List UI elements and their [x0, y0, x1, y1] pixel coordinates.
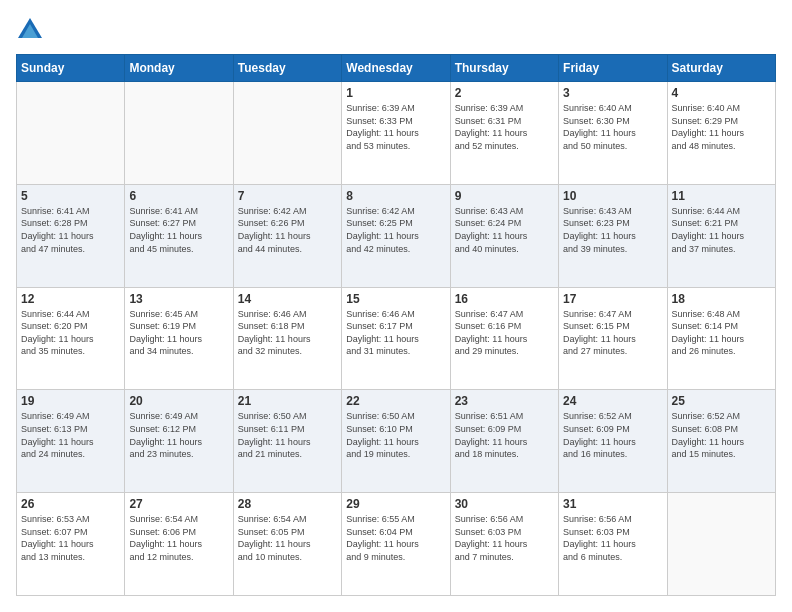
calendar-cell: 10Sunrise: 6:43 AM Sunset: 6:23 PM Dayli… — [559, 184, 667, 287]
day-number: 27 — [129, 497, 228, 511]
calendar-cell: 18Sunrise: 6:48 AM Sunset: 6:14 PM Dayli… — [667, 287, 775, 390]
day-info: Sunrise: 6:39 AM Sunset: 6:33 PM Dayligh… — [346, 102, 445, 152]
day-number: 2 — [455, 86, 554, 100]
weekday-header-saturday: Saturday — [667, 55, 775, 82]
day-info: Sunrise: 6:53 AM Sunset: 6:07 PM Dayligh… — [21, 513, 120, 563]
weekday-header-thursday: Thursday — [450, 55, 558, 82]
day-number: 22 — [346, 394, 445, 408]
calendar-cell: 30Sunrise: 6:56 AM Sunset: 6:03 PM Dayli… — [450, 493, 558, 596]
calendar-cell — [233, 82, 341, 185]
calendar-cell: 22Sunrise: 6:50 AM Sunset: 6:10 PM Dayli… — [342, 390, 450, 493]
day-info: Sunrise: 6:55 AM Sunset: 6:04 PM Dayligh… — [346, 513, 445, 563]
day-number: 29 — [346, 497, 445, 511]
day-info: Sunrise: 6:48 AM Sunset: 6:14 PM Dayligh… — [672, 308, 771, 358]
calendar-cell: 15Sunrise: 6:46 AM Sunset: 6:17 PM Dayli… — [342, 287, 450, 390]
day-number: 21 — [238, 394, 337, 408]
day-number: 6 — [129, 189, 228, 203]
day-number: 26 — [21, 497, 120, 511]
day-number: 24 — [563, 394, 662, 408]
calendar-week-2: 5Sunrise: 6:41 AM Sunset: 6:28 PM Daylig… — [17, 184, 776, 287]
day-info: Sunrise: 6:40 AM Sunset: 6:29 PM Dayligh… — [672, 102, 771, 152]
calendar-cell: 27Sunrise: 6:54 AM Sunset: 6:06 PM Dayli… — [125, 493, 233, 596]
day-info: Sunrise: 6:40 AM Sunset: 6:30 PM Dayligh… — [563, 102, 662, 152]
day-number: 7 — [238, 189, 337, 203]
day-info: Sunrise: 6:49 AM Sunset: 6:12 PM Dayligh… — [129, 410, 228, 460]
day-number: 19 — [21, 394, 120, 408]
page: SundayMondayTuesdayWednesdayThursdayFrid… — [0, 0, 792, 612]
day-number: 4 — [672, 86, 771, 100]
calendar-cell: 13Sunrise: 6:45 AM Sunset: 6:19 PM Dayli… — [125, 287, 233, 390]
day-info: Sunrise: 6:52 AM Sunset: 6:09 PM Dayligh… — [563, 410, 662, 460]
calendar-cell: 25Sunrise: 6:52 AM Sunset: 6:08 PM Dayli… — [667, 390, 775, 493]
day-number: 18 — [672, 292, 771, 306]
calendar-cell: 3Sunrise: 6:40 AM Sunset: 6:30 PM Daylig… — [559, 82, 667, 185]
calendar-cell: 17Sunrise: 6:47 AM Sunset: 6:15 PM Dayli… — [559, 287, 667, 390]
day-info: Sunrise: 6:56 AM Sunset: 6:03 PM Dayligh… — [455, 513, 554, 563]
day-number: 12 — [21, 292, 120, 306]
calendar-cell: 19Sunrise: 6:49 AM Sunset: 6:13 PM Dayli… — [17, 390, 125, 493]
day-number: 15 — [346, 292, 445, 306]
day-number: 11 — [672, 189, 771, 203]
day-info: Sunrise: 6:52 AM Sunset: 6:08 PM Dayligh… — [672, 410, 771, 460]
weekday-header-monday: Monday — [125, 55, 233, 82]
calendar-cell — [17, 82, 125, 185]
day-info: Sunrise: 6:46 AM Sunset: 6:18 PM Dayligh… — [238, 308, 337, 358]
day-info: Sunrise: 6:50 AM Sunset: 6:11 PM Dayligh… — [238, 410, 337, 460]
day-info: Sunrise: 6:41 AM Sunset: 6:28 PM Dayligh… — [21, 205, 120, 255]
calendar-week-4: 19Sunrise: 6:49 AM Sunset: 6:13 PM Dayli… — [17, 390, 776, 493]
calendar-cell: 31Sunrise: 6:56 AM Sunset: 6:03 PM Dayli… — [559, 493, 667, 596]
day-info: Sunrise: 6:42 AM Sunset: 6:25 PM Dayligh… — [346, 205, 445, 255]
day-info: Sunrise: 6:39 AM Sunset: 6:31 PM Dayligh… — [455, 102, 554, 152]
day-info: Sunrise: 6:56 AM Sunset: 6:03 PM Dayligh… — [563, 513, 662, 563]
calendar-cell: 24Sunrise: 6:52 AM Sunset: 6:09 PM Dayli… — [559, 390, 667, 493]
calendar-cell — [125, 82, 233, 185]
weekday-header-wednesday: Wednesday — [342, 55, 450, 82]
calendar-week-5: 26Sunrise: 6:53 AM Sunset: 6:07 PM Dayli… — [17, 493, 776, 596]
calendar-cell: 4Sunrise: 6:40 AM Sunset: 6:29 PM Daylig… — [667, 82, 775, 185]
day-number: 31 — [563, 497, 662, 511]
calendar-cell: 26Sunrise: 6:53 AM Sunset: 6:07 PM Dayli… — [17, 493, 125, 596]
logo-icon — [16, 16, 44, 44]
calendar-cell: 1Sunrise: 6:39 AM Sunset: 6:33 PM Daylig… — [342, 82, 450, 185]
calendar-cell: 2Sunrise: 6:39 AM Sunset: 6:31 PM Daylig… — [450, 82, 558, 185]
calendar-cell — [667, 493, 775, 596]
calendar-cell: 21Sunrise: 6:50 AM Sunset: 6:11 PM Dayli… — [233, 390, 341, 493]
calendar-cell: 7Sunrise: 6:42 AM Sunset: 6:26 PM Daylig… — [233, 184, 341, 287]
day-info: Sunrise: 6:54 AM Sunset: 6:05 PM Dayligh… — [238, 513, 337, 563]
day-info: Sunrise: 6:50 AM Sunset: 6:10 PM Dayligh… — [346, 410, 445, 460]
day-info: Sunrise: 6:47 AM Sunset: 6:15 PM Dayligh… — [563, 308, 662, 358]
day-number: 13 — [129, 292, 228, 306]
weekday-header-friday: Friday — [559, 55, 667, 82]
day-number: 9 — [455, 189, 554, 203]
calendar-cell: 5Sunrise: 6:41 AM Sunset: 6:28 PM Daylig… — [17, 184, 125, 287]
day-number: 28 — [238, 497, 337, 511]
day-number: 3 — [563, 86, 662, 100]
day-number: 10 — [563, 189, 662, 203]
day-number: 17 — [563, 292, 662, 306]
day-info: Sunrise: 6:44 AM Sunset: 6:21 PM Dayligh… — [672, 205, 771, 255]
day-number: 30 — [455, 497, 554, 511]
day-number: 14 — [238, 292, 337, 306]
day-info: Sunrise: 6:46 AM Sunset: 6:17 PM Dayligh… — [346, 308, 445, 358]
day-info: Sunrise: 6:54 AM Sunset: 6:06 PM Dayligh… — [129, 513, 228, 563]
day-info: Sunrise: 6:49 AM Sunset: 6:13 PM Dayligh… — [21, 410, 120, 460]
day-number: 5 — [21, 189, 120, 203]
calendar-cell: 9Sunrise: 6:43 AM Sunset: 6:24 PM Daylig… — [450, 184, 558, 287]
day-info: Sunrise: 6:44 AM Sunset: 6:20 PM Dayligh… — [21, 308, 120, 358]
calendar-cell: 12Sunrise: 6:44 AM Sunset: 6:20 PM Dayli… — [17, 287, 125, 390]
day-number: 25 — [672, 394, 771, 408]
weekday-header-tuesday: Tuesday — [233, 55, 341, 82]
day-info: Sunrise: 6:47 AM Sunset: 6:16 PM Dayligh… — [455, 308, 554, 358]
day-info: Sunrise: 6:42 AM Sunset: 6:26 PM Dayligh… — [238, 205, 337, 255]
calendar-cell: 8Sunrise: 6:42 AM Sunset: 6:25 PM Daylig… — [342, 184, 450, 287]
day-number: 16 — [455, 292, 554, 306]
weekday-header-row: SundayMondayTuesdayWednesdayThursdayFrid… — [17, 55, 776, 82]
calendar-week-1: 1Sunrise: 6:39 AM Sunset: 6:33 PM Daylig… — [17, 82, 776, 185]
day-info: Sunrise: 6:45 AM Sunset: 6:19 PM Dayligh… — [129, 308, 228, 358]
day-info: Sunrise: 6:41 AM Sunset: 6:27 PM Dayligh… — [129, 205, 228, 255]
calendar-cell: 14Sunrise: 6:46 AM Sunset: 6:18 PM Dayli… — [233, 287, 341, 390]
calendar-cell: 20Sunrise: 6:49 AM Sunset: 6:12 PM Dayli… — [125, 390, 233, 493]
day-number: 20 — [129, 394, 228, 408]
calendar-table: SundayMondayTuesdayWednesdayThursdayFrid… — [16, 54, 776, 596]
calendar-cell: 29Sunrise: 6:55 AM Sunset: 6:04 PM Dayli… — [342, 493, 450, 596]
